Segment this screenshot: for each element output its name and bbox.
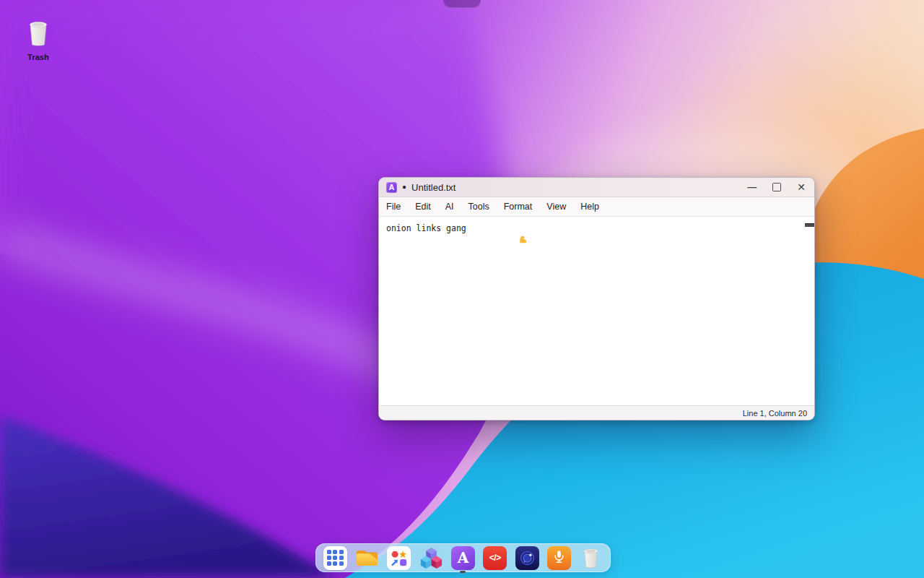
menu-item-file[interactable]: File	[386, 202, 401, 212]
running-indicator	[460, 571, 466, 573]
desktop: Trash A ● Untitled.txt — ✕ File Edit AI …	[0, 0, 924, 578]
folder-icon	[355, 548, 379, 568]
titlebar[interactable]: A ● Untitled.txt — ✕	[379, 178, 814, 197]
scrollbar[interactable]	[805, 217, 814, 405]
editor-text-area[interactable]: onion links gang	[379, 217, 814, 405]
modified-indicator: ●	[402, 184, 406, 191]
menu-item-tools[interactable]: Tools	[468, 202, 489, 212]
editor-content: onion links gang	[386, 223, 466, 233]
menu-bar: File Edit AI Tools Format View Help	[379, 197, 814, 217]
menu-item-view[interactable]: View	[546, 202, 566, 212]
trash-label: Trash	[19, 53, 58, 61]
code-editor-icon: </>	[483, 546, 507, 570]
app-launcher-icon	[323, 546, 347, 570]
trash-icon	[26, 19, 51, 48]
flexed-biceps-emoji	[468, 225, 478, 234]
cursor-position: Line 1, Column 20	[743, 409, 807, 418]
dock-item-app-launcher[interactable]	[323, 545, 347, 570]
menu-item-edit[interactable]: Edit	[415, 202, 431, 212]
dock-trash-icon	[581, 547, 601, 569]
menu-item-format[interactable]: Format	[504, 202, 533, 212]
scrollbar-thumb[interactable]	[805, 223, 814, 227]
top-panel-handle[interactable]	[443, 0, 481, 8]
dock-item-app-store[interactable]	[387, 545, 411, 570]
app-icon-letter: A	[389, 184, 395, 191]
editor-line: onion links gang	[386, 223, 478, 233]
dock-item-voice-recorder[interactable]	[546, 545, 571, 570]
dock-item-text-editor[interactable]: A	[450, 545, 475, 570]
window-title: Untitled.txt	[411, 182, 456, 193]
close-button[interactable]: ✕	[797, 182, 806, 192]
dock-item-trash[interactable]	[579, 545, 603, 570]
status-bar: Line 1, Column 20	[379, 405, 814, 420]
dock: A </>	[315, 543, 611, 572]
text-editor-window: A ● Untitled.txt — ✕ File Edit AI Tools …	[378, 177, 815, 420]
text-editor-icon-letter: A	[458, 549, 469, 566]
camera-lens-icon	[515, 546, 539, 570]
minimize-button[interactable]: —	[747, 182, 757, 191]
app-store-icon	[387, 546, 411, 570]
menu-item-ai[interactable]: AI	[445, 202, 454, 212]
menu-item-help[interactable]: Help	[580, 202, 599, 212]
dock-item-blocks-app[interactable]	[419, 545, 443, 570]
desktop-trash[interactable]: Trash	[19, 19, 58, 61]
app-icon: A	[386, 182, 397, 193]
code-editor-icon-glyph: </>	[489, 553, 501, 563]
window-controls: — ✕	[747, 182, 806, 192]
dock-item-camera-app[interactable]	[515, 545, 539, 570]
dock-item-file-manager[interactable]	[355, 545, 380, 570]
text-editor-icon: A	[451, 546, 475, 570]
microphone-icon	[547, 546, 571, 570]
dock-item-code-editor[interactable]: </>	[483, 545, 507, 570]
blocks-icon	[419, 546, 443, 570]
maximize-button[interactable]	[772, 183, 781, 191]
